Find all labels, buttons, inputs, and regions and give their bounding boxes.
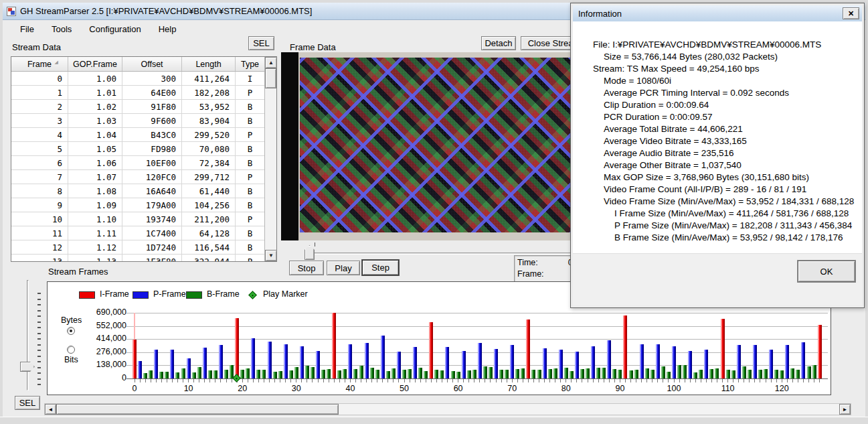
chart-bar-b-frame[interactable] (796, 370, 800, 378)
chart-bar-b-frame[interactable] (618, 370, 622, 378)
chart-bar-p-frame[interactable] (268, 342, 272, 378)
chart-bar-b-frame[interactable] (531, 370, 535, 378)
table-row[interactable]: 11.0164E00182,208P (11, 86, 276, 100)
chart-bar-i-frame[interactable] (721, 319, 725, 378)
menu-item-help[interactable]: Help (155, 23, 181, 36)
chart-bar-b-frame[interactable] (677, 365, 681, 378)
stop-button[interactable]: Stop (289, 261, 324, 275)
chart-bar-i-frame[interactable] (526, 320, 530, 378)
chart-bar-b-frame[interactable] (273, 372, 277, 378)
sel-top-button[interactable]: SEL (248, 36, 274, 50)
chart-bar-b-frame[interactable] (359, 366, 363, 378)
chart-bar-b-frame[interactable] (262, 370, 266, 378)
chart-bar-i-frame[interactable] (133, 340, 137, 378)
chart-bar-p-frame[interactable] (478, 343, 482, 378)
chart-bar-b-frame[interactable] (143, 373, 147, 378)
column-header-length[interactable]: Length (182, 57, 236, 71)
step-button[interactable]: Step (362, 260, 399, 275)
chart-bar-p-frame[interactable] (170, 350, 174, 378)
chart-bar-i-frame[interactable] (818, 325, 822, 378)
chart-bar-b-frame[interactable] (181, 368, 185, 378)
chart-bar-p-frame[interactable] (187, 358, 191, 378)
chart-bar-b-frame[interactable] (661, 366, 665, 378)
chart-bar-b-frame[interactable] (289, 370, 293, 378)
chart-bar-b-frame[interactable] (807, 366, 811, 378)
chart-bar-b-frame[interactable] (175, 372, 179, 378)
chart-bar-b-frame[interactable] (483, 366, 487, 378)
ok-button[interactable]: OK (798, 261, 855, 282)
chart-bar-p-frame[interactable] (219, 345, 223, 378)
chart-bar-b-frame[interactable] (375, 370, 379, 378)
chart-bar-p-frame[interactable] (543, 348, 547, 378)
chart-bar-b-frame[interactable] (434, 370, 438, 378)
table-row[interactable]: 41.04B43C0299,520P (11, 128, 276, 142)
scroll-left-icon[interactable]: ◄ (45, 404, 56, 415)
chart-bar-p-frame[interactable] (397, 352, 401, 378)
chart-bar-b-frame[interactable] (521, 368, 525, 378)
chart-bar-p-frame[interactable] (591, 346, 595, 378)
table-row[interactable]: 01.00300411,264I (11, 72, 276, 86)
chart-bar-b-frame[interactable] (149, 370, 153, 378)
chart-bar-b-frame[interactable] (424, 371, 428, 378)
table-row[interactable]: 91.09179A00104,256B (11, 198, 276, 212)
chart-bar-b-frame[interactable] (472, 370, 476, 378)
chart-bar-p-frame[interactable] (462, 351, 466, 378)
menu-item-file[interactable]: File (16, 23, 38, 36)
chart-bar-p-frame[interactable] (704, 350, 708, 378)
chart-bar-b-frame[interactable] (774, 370, 778, 378)
play-button[interactable]: Play (327, 261, 360, 275)
chart-bar-b-frame[interactable] (386, 371, 390, 378)
chart-bar-b-frame[interactable] (327, 369, 331, 378)
zoom-vslider[interactable] (27, 280, 29, 391)
chart-bar-b-frame[interactable] (645, 368, 649, 378)
table-row[interactable]: 71.07120FC0299,712P (11, 170, 276, 184)
chart-bar-b-frame[interactable] (537, 370, 541, 378)
chart-bar-b-frame[interactable] (311, 367, 315, 378)
chart-bar-b-frame[interactable] (256, 370, 260, 378)
chart-bar-p-frame[interactable] (203, 348, 207, 378)
chart-bar-b-frame[interactable] (294, 367, 298, 378)
chart-plot-area[interactable]: 0102030405060708090100110120 (132, 313, 828, 378)
detach-button[interactable]: Detach (481, 36, 516, 50)
chart-bar-b-frame[interactable] (570, 371, 574, 378)
chart-bar-p-frame[interactable] (607, 340, 611, 378)
chart-bar-b-frame[interactable] (580, 369, 584, 378)
table-row[interactable]: 31.039F60083,904B (11, 114, 276, 128)
chart-bar-p-frame[interactable] (688, 351, 692, 378)
chart-bar-i-frame[interactable] (429, 322, 433, 378)
chart-bar-b-frame[interactable] (165, 372, 169, 378)
zoom-vslider-thumb[interactable] (20, 362, 35, 372)
close-icon[interactable]: ✕ (843, 7, 859, 19)
menu-item-configuration[interactable]: Configuration (85, 23, 145, 36)
chart-bar-p-frame[interactable] (316, 351, 320, 378)
sel-bottom-button[interactable]: SEL (15, 396, 40, 410)
chart-bar-b-frame[interactable] (715, 368, 719, 378)
chart-bar-b-frame[interactable] (764, 369, 768, 378)
chart-bar-b-frame[interactable] (758, 370, 762, 378)
chart-bar-b-frame[interactable] (192, 372, 196, 378)
table-row[interactable]: 111.111C740064,128B (11, 226, 276, 240)
table-row[interactable]: 121.121D7240116,544B (11, 240, 276, 255)
chart-bar-b-frame[interactable] (402, 370, 406, 378)
scroll-down-icon[interactable]: ▼ (265, 250, 277, 261)
chart-bar-b-frame[interactable] (370, 368, 374, 378)
chart-bar-b-frame[interactable] (392, 368, 396, 378)
playback-trackbar[interactable] (307, 253, 576, 255)
playback-trackbar-thumb[interactable] (305, 245, 315, 260)
chart-bar-b-frame[interactable] (726, 370, 730, 378)
chart-bar-p-frame[interactable] (575, 352, 579, 378)
scroll-up-icon[interactable]: ▲ (265, 57, 277, 68)
chart-bar-b-frame[interactable] (418, 368, 422, 378)
chart-bar-b-frame[interactable] (564, 368, 568, 378)
table-scrollbar-thumb[interactable] (265, 68, 276, 88)
chart-bar-p-frame[interactable] (559, 350, 563, 378)
chart-bar-b-frame[interactable] (790, 368, 794, 378)
chart-bar-b-frame[interactable] (213, 370, 218, 378)
chart-bar-b-frame[interactable] (456, 372, 460, 378)
scroll-right-icon[interactable]: ► (839, 404, 851, 415)
chart-bar-p-frame[interactable] (785, 345, 789, 378)
chart-bar-b-frame[interactable] (208, 370, 212, 378)
chart-bar-p-frame[interactable] (801, 342, 805, 378)
chart-bar-b-frame[interactable] (602, 368, 606, 378)
chart-bar-p-frame[interactable] (348, 344, 352, 378)
